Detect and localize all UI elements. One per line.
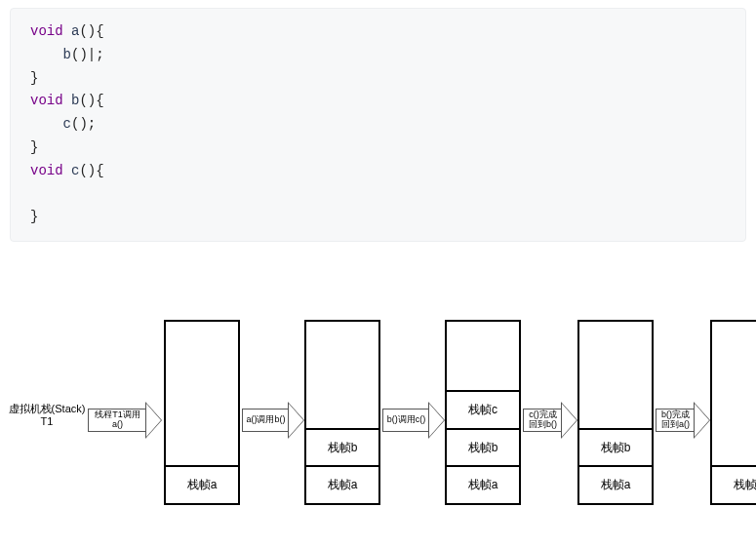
stack-2: 栈帧c栈帧b栈帧a: [445, 320, 521, 505]
vm-stack-label: 虚拟机栈(Stack) T1: [4, 403, 90, 428]
arrow-label: b()完成回到a(): [656, 409, 695, 432]
stack-frame: 栈帧b: [447, 428, 519, 466]
vm-label-line1: 虚拟机栈(Stack): [9, 403, 86, 414]
code-line: void b(){: [30, 90, 726, 113]
arrow-label: c()完成回到b(): [523, 409, 562, 432]
code-line: void a(){: [30, 20, 726, 44]
arrow-head-icon: [562, 403, 577, 438]
arrow-label: a()调用b(): [242, 409, 289, 432]
stack-frame: 栈帧b: [306, 428, 378, 466]
arrow-1: a()调用b(): [242, 403, 304, 438]
code-line: }: [30, 136, 726, 160]
stack-frame: 栈帧a: [712, 465, 756, 503]
arrow-head-icon: [695, 403, 710, 438]
code-line: }: [30, 206, 726, 229]
stack-frame: 栈帧a: [579, 465, 652, 503]
stack-0: 栈帧a: [164, 320, 240, 505]
code-line: }: [30, 67, 726, 91]
arrow-head-icon: [429, 403, 445, 438]
stack-diagram: 虚拟机栈(Stack) T1 线程T1调用a()a()调用b()b()调用c()…: [0, 291, 756, 525]
arrow-head-icon: [146, 403, 162, 438]
stack-4: 栈帧a: [710, 320, 756, 505]
arrow-label: 线程T1调用a(): [88, 409, 146, 432]
arrow-2: b()调用c(): [382, 403, 445, 438]
arrow-label: b()调用c(): [382, 409, 429, 432]
stack-1: 栈帧b栈帧a: [304, 320, 380, 505]
stack-frame: 栈帧c: [447, 390, 519, 428]
code-line: c();: [30, 113, 726, 136]
arrow-0: 线程T1调用a(): [88, 403, 162, 438]
code-line: b()|;: [30, 44, 726, 67]
code-line: [30, 183, 726, 207]
stack-frame: 栈帧a: [306, 465, 378, 503]
vm-label-line2: T1: [41, 415, 54, 427]
code-block: void a(){ b()|;}void b(){ c();}void c(){…: [10, 8, 746, 242]
stack-frame: 栈帧a: [166, 465, 238, 503]
arrow-3: c()完成回到b(): [523, 403, 577, 438]
code-line: void c(){: [30, 160, 726, 183]
stack-3: 栈帧b栈帧a: [577, 320, 654, 505]
stack-frame: 栈帧b: [579, 428, 652, 466]
arrow-head-icon: [289, 403, 304, 438]
arrow-4: b()完成回到a(): [656, 403, 710, 438]
stack-frame: 栈帧a: [447, 465, 519, 503]
